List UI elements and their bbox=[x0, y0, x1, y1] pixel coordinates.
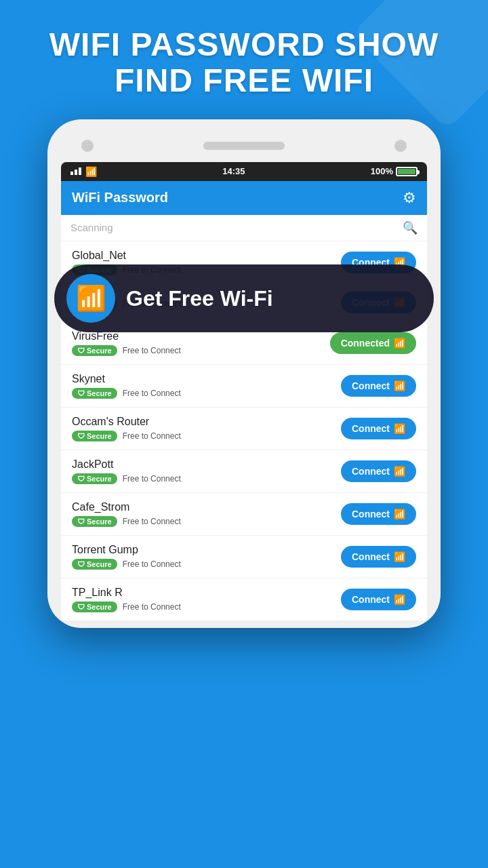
shield-icon: 🛡 bbox=[77, 389, 85, 397]
connect-button[interactable]: Connect 📶 bbox=[341, 418, 416, 439]
free-connect-label: Free to Connect bbox=[123, 346, 181, 355]
secure-badge: 🛡 Secure bbox=[72, 345, 117, 356]
banner-text: Get Free Wi-Fi bbox=[126, 286, 273, 311]
free-connect-label: Free to Connect bbox=[123, 431, 181, 441]
battery-fill bbox=[398, 169, 415, 174]
search-icon: 🔍 bbox=[403, 220, 418, 235]
free-connect-label: Free to Connect bbox=[123, 474, 181, 484]
shield-icon: 🛡 bbox=[77, 517, 85, 526]
shield-icon: 🛡 bbox=[77, 432, 85, 440]
secure-badge: 🛡 Secure bbox=[72, 473, 117, 484]
status-left: 📶 bbox=[70, 166, 97, 177]
wifi-badges: 🛡 Secure Free to Connect bbox=[72, 516, 341, 527]
wifi-btn-icon: 📶 bbox=[394, 338, 405, 349]
connect-button[interactable]: Connect 📶 bbox=[341, 503, 416, 525]
app-header: WiFi Password ⚙ bbox=[61, 181, 427, 215]
shield-icon: 🛡 bbox=[77, 560, 85, 568]
wifi-name: TP_Link R bbox=[72, 587, 341, 599]
wifi-item: TP_Link R 🛡 Secure Free to Connect Conne… bbox=[61, 578, 427, 621]
wifi-item: Torrent Gump 🛡 Secure Free to Connect Co… bbox=[61, 536, 427, 578]
wifi-item: JackPott 🛡 Secure Free to Connect Connec… bbox=[61, 450, 427, 493]
wifi-btn-icon: 📶 bbox=[394, 594, 405, 605]
wifi-circle-icon: 📶 bbox=[66, 274, 115, 323]
wifi-info: Cafe_Strom 🛡 Secure Free to Connect bbox=[72, 501, 341, 527]
wifi-btn-icon: 📶 bbox=[394, 466, 405, 477]
camera-right bbox=[394, 140, 407, 152]
secure-badge: 🛡 Secure bbox=[72, 516, 117, 527]
wifi-item: Cafe_Strom 🛡 Secure Free to Connect Conn… bbox=[61, 493, 427, 536]
connect-button[interactable]: Connect 📶 bbox=[341, 460, 416, 482]
wifi-info: Torrent Gump 🛡 Secure Free to Connect bbox=[72, 544, 341, 570]
wifi-btn-icon: 📶 bbox=[394, 551, 405, 562]
shield-icon: 🛡 bbox=[77, 475, 85, 483]
phone-screen: 📶 14:35 100% WiFi Password ⚙ Scanning 🔍 bbox=[61, 162, 427, 621]
wifi-badges: 🛡 Secure Free to Connect bbox=[72, 345, 330, 356]
secure-badge: 🛡 Secure bbox=[72, 388, 117, 399]
wifi-info: VirusFree 🛡 Secure Free to Connect bbox=[72, 330, 330, 356]
wifi-btn-icon: 📶 bbox=[394, 423, 405, 434]
secure-badge: 🛡 Secure bbox=[72, 559, 117, 570]
wifi-badges: 🛡 Secure Free to Connect bbox=[72, 388, 341, 399]
wifi-item: Skynet 🛡 Secure Free to Connect Connect … bbox=[61, 365, 427, 408]
secure-badge: 🛡 Secure bbox=[72, 431, 117, 441]
battery-percent: 100% bbox=[371, 166, 393, 176]
wifi-badges: 🛡 Secure Free to Connect bbox=[72, 431, 341, 441]
settings-icon[interactable]: ⚙ bbox=[403, 189, 416, 207]
wifi-info: TP_Link R 🛡 Secure Free to Connect bbox=[72, 587, 341, 612]
wifi-item: Occam's Router 🛡 Secure Free to Connect … bbox=[61, 408, 427, 450]
wifi-name: Global_Net bbox=[72, 250, 341, 262]
search-placeholder: Scanning bbox=[70, 222, 113, 233]
wifi-info: Skynet 🛡 Secure Free to Connect bbox=[72, 373, 341, 399]
phone-body: 📶 14:35 100% WiFi Password ⚙ Scanning 🔍 bbox=[47, 119, 441, 628]
battery-icon bbox=[396, 167, 418, 176]
wifi-badges: 🛡 Secure Free to Connect bbox=[72, 473, 341, 484]
shield-icon: 🛡 bbox=[77, 347, 85, 355]
search-bar[interactable]: Scanning 🔍 bbox=[61, 215, 427, 241]
camera-left bbox=[81, 140, 94, 152]
connected-button[interactable]: Connected 📶 bbox=[330, 332, 416, 354]
page-header: WIFI PASSWORD SHOW FIND FREE WIFI bbox=[0, 0, 488, 113]
battery-container: 100% bbox=[371, 166, 418, 176]
free-connect-label: Free to Connect bbox=[123, 517, 181, 526]
connect-button[interactable]: Connect 📶 bbox=[341, 589, 416, 610]
time-display: 14:35 bbox=[222, 166, 245, 176]
signal-bars bbox=[70, 167, 81, 175]
wifi-btn-icon: 📶 bbox=[394, 380, 405, 391]
wifi-btn-icon: 📶 bbox=[394, 509, 405, 519]
wifi-info: Occam's Router 🛡 Secure Free to Connect bbox=[72, 416, 341, 441]
wifi-badges: 🛡 Secure Free to Connect bbox=[72, 601, 341, 612]
free-connect-label: Free to Connect bbox=[123, 602, 181, 612]
connect-button[interactable]: Connect 📶 bbox=[341, 375, 416, 397]
shield-icon: 🛡 bbox=[77, 603, 85, 611]
free-connect-label: Free to Connect bbox=[123, 389, 181, 398]
phone-speaker bbox=[203, 142, 285, 150]
wifi-status-icon: 📶 bbox=[85, 166, 97, 177]
wifi-name: Skynet bbox=[72, 373, 341, 385]
wifi-name: Cafe_Strom bbox=[72, 501, 341, 513]
header-line1: WIFI PASSWORD SHOW bbox=[49, 26, 439, 62]
secure-badge: 🛡 Secure bbox=[72, 601, 117, 612]
status-bar: 📶 14:35 100% bbox=[61, 162, 427, 181]
wifi-name: Occam's Router bbox=[72, 416, 341, 428]
wifi-info: JackPott 🛡 Secure Free to Connect bbox=[72, 458, 341, 484]
app-title: WiFi Password bbox=[72, 190, 168, 205]
free-connect-label: Free to Connect bbox=[123, 559, 181, 569]
wifi-badges: 🛡 Secure Free to Connect bbox=[72, 559, 341, 570]
header-title: WIFI PASSWORD SHOW FIND FREE WIFI bbox=[14, 27, 474, 99]
wifi-name: JackPott bbox=[72, 458, 341, 471]
header-line2: FIND FREE WIFI bbox=[115, 62, 373, 98]
wifi-icon: 📶 bbox=[76, 284, 106, 313]
connect-button[interactable]: Connect 📶 bbox=[341, 546, 416, 568]
free-wifi-banner[interactable]: 📶 Get Free Wi-Fi bbox=[54, 264, 434, 332]
phone-top-bar bbox=[61, 140, 427, 162]
phone-mockup: 📶 14:35 100% WiFi Password ⚙ Scanning 🔍 bbox=[0, 119, 488, 628]
wifi-name: Torrent Gump bbox=[72, 544, 341, 556]
